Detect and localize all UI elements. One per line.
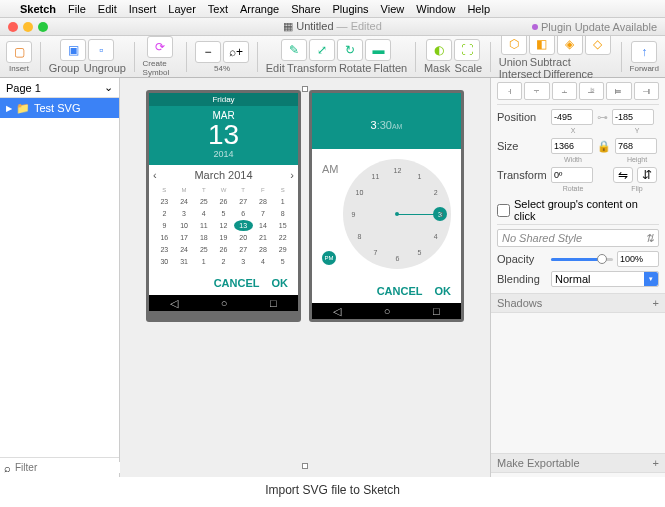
scale-button[interactable]: ⛶ xyxy=(454,39,480,61)
close-icon[interactable] xyxy=(8,22,18,32)
selection-handle[interactable] xyxy=(302,86,308,92)
chevron-updown-icon: ⇅ xyxy=(645,232,654,245)
back-icon: ◁ xyxy=(333,305,341,318)
cancel-button: CANCEL xyxy=(377,285,423,297)
pos-y-input[interactable] xyxy=(612,109,654,125)
lock-icon[interactable]: 🔒 xyxy=(597,140,611,153)
doc-icon: ▦ xyxy=(283,20,296,32)
subtract-button[interactable]: ◧ xyxy=(529,33,555,55)
rotate-input[interactable] xyxy=(551,167,593,183)
menu-plugins[interactable]: Plugins xyxy=(333,3,369,15)
time-picker-artboard[interactable]: 3:30AM AMPM 3 121234567891011 CANCELOK ◁… xyxy=(309,90,464,322)
link-icon[interactable]: ⊶ xyxy=(597,111,608,124)
align-hcenter-button[interactable]: ⫟ xyxy=(524,82,549,100)
prev-month-icon: ‹ xyxy=(153,169,157,181)
export-section[interactable]: Make Exportable+ xyxy=(491,453,665,473)
plugin-update-badge[interactable]: Plugin Update Available xyxy=(532,21,657,33)
expand-arrow-icon[interactable]: ▶ xyxy=(6,104,12,113)
back-icon: ◁ xyxy=(170,297,178,310)
menu-arrange[interactable]: Arrange xyxy=(240,3,279,15)
align-right-button[interactable]: ⫠ xyxy=(552,82,577,100)
plugin-dot-icon xyxy=(532,24,538,30)
edit-button[interactable]: ✎ xyxy=(281,39,307,61)
inspector-panel: ⫞ ⫟ ⫠ ⫡ ⫢ ⫣ Position ⊶ XY Size 🔒 WidthHe… xyxy=(490,78,665,477)
page-selector[interactable]: Page 1⌄ xyxy=(0,78,119,98)
add-icon[interactable]: + xyxy=(653,457,659,469)
align-vcenter-button[interactable]: ⫢ xyxy=(606,82,631,100)
layer-item[interactable]: ▶ 📁 Test SVG xyxy=(0,98,119,118)
menu-file[interactable]: File xyxy=(68,3,86,15)
home-icon: ○ xyxy=(221,297,228,309)
android-navbar: ◁○□ xyxy=(312,303,461,319)
search-icon: ⌕ xyxy=(4,462,11,474)
ungroup-button[interactable]: ▫ xyxy=(88,39,114,61)
zoom-icon[interactable] xyxy=(38,22,48,32)
create-symbol-button[interactable]: ⟳ xyxy=(147,36,173,58)
width-input[interactable] xyxy=(551,138,593,154)
chevron-down-icon: ⌄ xyxy=(104,81,113,94)
align-top-button[interactable]: ⫡ xyxy=(579,82,604,100)
recent-icon: □ xyxy=(433,305,440,317)
next-month-icon: › xyxy=(290,169,294,181)
menu-edit[interactable]: Edit xyxy=(98,3,117,15)
align-left-button[interactable]: ⫞ xyxy=(497,82,522,100)
forward-button[interactable]: ↑ xyxy=(631,41,657,63)
add-icon[interactable]: + xyxy=(653,297,659,309)
window-title: Untitled xyxy=(296,20,333,32)
edited-label: — Edited xyxy=(337,20,382,32)
opacity-input[interactable] xyxy=(617,251,659,267)
clock-face: 3 121234567891011 xyxy=(343,159,452,269)
menu-window[interactable]: Window xyxy=(416,3,455,15)
menu-text[interactable]: Text xyxy=(208,3,228,15)
home-icon: ○ xyxy=(384,305,391,317)
caption: Import SVG file to Sketch xyxy=(0,477,665,503)
ok-button: OK xyxy=(435,285,452,297)
menu-insert[interactable]: Insert xyxy=(129,3,157,15)
canvas[interactable]: Friday MAR 13 2014 ‹March 2014› SMTWTFS2… xyxy=(120,78,490,477)
zoom-value: 54% xyxy=(214,64,230,73)
menu-layer[interactable]: Layer xyxy=(168,3,196,15)
window-titlebar: ▦ Untitled — Edited Plugin Update Availa… xyxy=(0,18,665,36)
mask-button[interactable]: ◐ xyxy=(426,39,452,61)
zoom-out-button[interactable]: − xyxy=(195,41,221,63)
blending-select[interactable]: Normal xyxy=(551,271,659,287)
menu-view[interactable]: View xyxy=(381,3,405,15)
android-navbar: ◁○□ xyxy=(149,295,298,311)
selection-handle[interactable] xyxy=(302,463,308,469)
select-content-checkbox[interactable] xyxy=(497,204,510,217)
pos-x-input[interactable] xyxy=(551,109,593,125)
menubar: Sketch File Edit Insert Layer Text Arran… xyxy=(0,0,665,18)
transform-button[interactable]: ⤢ xyxy=(309,39,335,61)
flatten-button[interactable]: ▬ xyxy=(365,39,391,61)
shadows-section[interactable]: Shadows+ xyxy=(491,293,665,313)
intersect-button[interactable]: ◈ xyxy=(557,33,583,55)
flip-v-button[interactable]: ⇵ xyxy=(637,167,657,183)
date-picker-artboard[interactable]: Friday MAR 13 2014 ‹March 2014› SMTWTFS2… xyxy=(146,90,301,322)
opacity-slider[interactable] xyxy=(551,258,613,261)
shared-style-select[interactable]: No Shared Style⇅ xyxy=(497,229,659,247)
menu-sketch[interactable]: Sketch xyxy=(20,3,56,15)
menu-share[interactable]: Share xyxy=(291,3,320,15)
cancel-button: CANCEL xyxy=(214,277,260,289)
menu-help[interactable]: Help xyxy=(467,3,490,15)
height-input[interactable] xyxy=(615,138,657,154)
toolbar: ▢Insert ▣ ▫ Group Ungroup ⟳Create Symbol… xyxy=(0,36,665,78)
zoom-in-button[interactable]: ⌕+ xyxy=(223,41,249,63)
insert-button[interactable]: ▢ xyxy=(6,41,32,63)
layers-panel: Page 1⌄ ▶ 📁 Test SVG ⌕ ◫ 0 xyxy=(0,78,120,477)
difference-button[interactable]: ◇ xyxy=(585,33,611,55)
recent-icon: □ xyxy=(270,297,277,309)
union-button[interactable]: ⬡ xyxy=(501,33,527,55)
folder-icon: 📁 xyxy=(16,102,30,115)
ok-button: OK xyxy=(272,277,289,289)
group-button[interactable]: ▣ xyxy=(60,39,86,61)
rotate-button[interactable]: ↻ xyxy=(337,39,363,61)
align-bottom-button[interactable]: ⫣ xyxy=(634,82,659,100)
flip-h-button[interactable]: ⇋ xyxy=(613,167,633,183)
minimize-icon[interactable] xyxy=(23,22,33,32)
